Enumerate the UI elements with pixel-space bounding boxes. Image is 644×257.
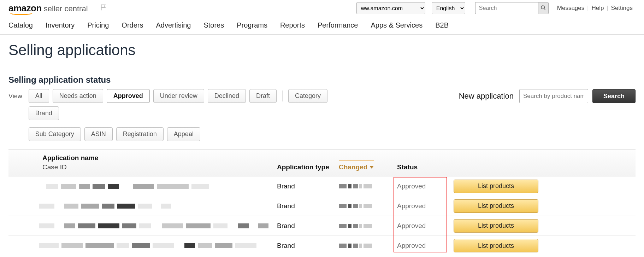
global-search <box>475 2 549 14</box>
cell-status: Approved <box>397 182 426 190</box>
redacted-date <box>339 204 397 208</box>
nav-reports[interactable]: Reports <box>280 21 305 29</box>
th-application-name: Application name <box>42 154 277 162</box>
svg-line-1 <box>544 8 545 10</box>
filter-approved[interactable]: Approved <box>107 89 150 103</box>
redacted-date <box>339 244 397 248</box>
cell-type: Brand <box>277 242 295 249</box>
nav-advertising[interactable]: Advertising <box>156 21 191 29</box>
filter-under-review[interactable]: Under review <box>153 89 204 103</box>
list-products-button[interactable]: List products <box>454 180 538 193</box>
new-application-label: New application <box>459 92 514 101</box>
th-application-type: Application type <box>277 163 339 171</box>
main-nav: Catalog Inventory Pricing Orders Adverti… <box>0 18 644 35</box>
nav-programs[interactable]: Programs <box>237 21 267 29</box>
th-changed-sort[interactable]: Changed <box>339 160 374 171</box>
filter-brand[interactable]: Brand <box>29 106 59 120</box>
sort-desc-icon <box>370 166 374 169</box>
marketplace-select[interactable]: ww.amazon.com <box>356 2 425 14</box>
filter-all[interactable]: All <box>29 89 49 103</box>
messages-link[interactable]: Messages <box>554 5 587 12</box>
language-select[interactable]: English <box>432 2 465 14</box>
list-products-button[interactable]: List products <box>454 199 538 213</box>
new-application-input[interactable] <box>519 89 588 103</box>
redacted-app-name <box>39 223 277 228</box>
table-row: Brand Approved List products <box>8 176 636 196</box>
redacted-app-name <box>39 243 277 248</box>
global-search-input[interactable] <box>475 2 538 14</box>
cell-type: Brand <box>277 202 295 210</box>
section-title: Selling application status <box>8 75 636 85</box>
filter-declined[interactable]: Declined <box>208 89 246 103</box>
page-title: Selling applications <box>8 42 636 59</box>
top-bar: amazon seller central ww.amazon.com Engl… <box>0 0 644 18</box>
filter-controls: View All Needs action Approved Under rev… <box>8 89 636 141</box>
help-link[interactable]: Help <box>589 5 607 12</box>
redacted-date <box>339 224 397 228</box>
filter-registration[interactable]: Registration <box>116 127 164 141</box>
th-case-id: Case ID <box>42 163 277 171</box>
nav-apps-services[interactable]: Apps & Services <box>371 21 423 29</box>
logo-amazon: amazon <box>8 3 42 14</box>
list-products-button[interactable]: List products <box>454 239 538 252</box>
filter-sub-category[interactable]: Sub Category <box>29 127 81 141</box>
logo[interactable]: amazon seller central <box>8 3 88 14</box>
new-application-block: New application Search <box>459 89 636 103</box>
search-icon <box>540 5 546 12</box>
flag-icon[interactable] <box>100 4 108 13</box>
redacted-app-name <box>39 204 277 209</box>
cell-status: Approved <box>397 222 426 229</box>
filter-needs-action[interactable]: Needs action <box>53 89 103 103</box>
nav-catalog[interactable]: Catalog <box>8 21 33 29</box>
nav-performance[interactable]: Performance <box>318 21 358 29</box>
applications-table: Application name Case ID Application typ… <box>8 150 636 256</box>
table-row: Brand Approved List products <box>8 196 636 216</box>
list-products-button[interactable]: List products <box>454 219 538 233</box>
nav-b2b[interactable]: B2B <box>435 21 449 29</box>
view-label: View <box>8 89 22 100</box>
filter-divider <box>282 90 283 101</box>
filter-category[interactable]: Category <box>288 89 327 103</box>
new-application-search-button[interactable]: Search <box>592 89 636 103</box>
nav-orders[interactable]: Orders <box>122 21 143 29</box>
redacted-date <box>339 184 397 188</box>
cell-status: Approved <box>397 242 426 249</box>
nav-inventory[interactable]: Inventory <box>46 21 75 29</box>
cell-type: Brand <box>277 222 295 229</box>
filter-draft[interactable]: Draft <box>249 89 277 103</box>
filter-asin[interactable]: ASIN <box>84 127 113 141</box>
th-status: Status <box>397 163 454 171</box>
filter-group: All Needs action Approved Under review D… <box>29 89 347 141</box>
cell-type: Brand <box>277 182 295 190</box>
nav-pricing[interactable]: Pricing <box>87 21 109 29</box>
settings-link[interactable]: Settings <box>608 5 636 12</box>
th-changed-label: Changed <box>339 163 367 171</box>
filter-appeal[interactable]: Appeal <box>167 127 200 141</box>
table-row: Brand Approved List products <box>8 236 636 256</box>
logo-seller-central: seller central <box>44 4 88 13</box>
redacted-app-name <box>42 184 277 189</box>
table-row: Brand Approved List products <box>8 216 636 236</box>
svg-point-0 <box>541 6 544 9</box>
table-header: Application name Case ID Application typ… <box>8 150 636 176</box>
nav-stores[interactable]: Stores <box>203 21 224 29</box>
cell-status: Approved <box>397 202 426 210</box>
global-search-button[interactable] <box>538 2 549 14</box>
